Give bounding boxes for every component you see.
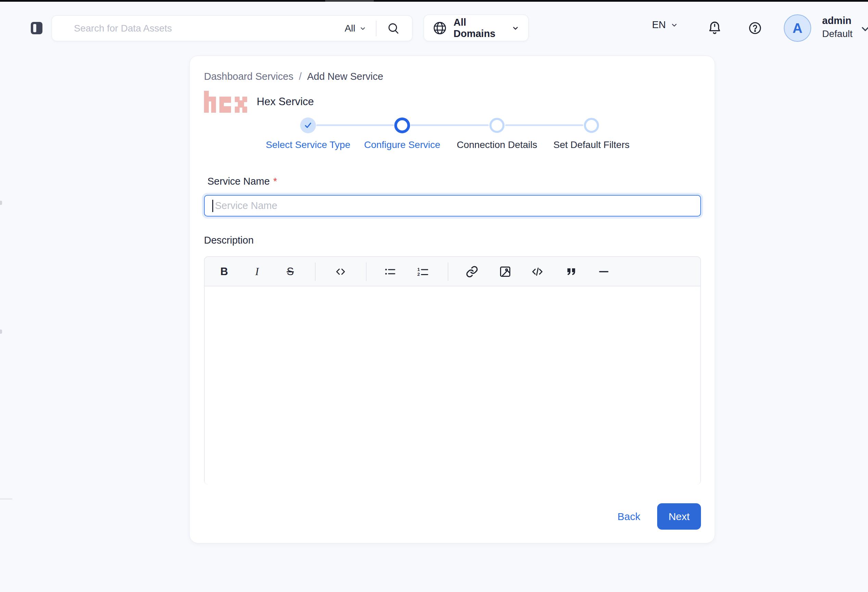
editor-toolbar: B I S 1 2	[205, 257, 700, 286]
bold-icon[interactable]: B	[215, 262, 234, 281]
step-label-select-service-type: Select Service Type	[253, 139, 363, 150]
breadcrumb: Dashboard Services / Add New Service	[204, 71, 383, 82]
hex-service-logo	[204, 91, 247, 113]
search-icon[interactable]	[387, 22, 400, 35]
svg-text:1: 1	[417, 267, 420, 272]
numbered-list-icon[interactable]: 1 2	[413, 262, 432, 281]
left-edge-divider	[0, 499, 12, 499]
screen-top-strip-segment	[325, 0, 374, 2]
chevron-down-icon	[359, 24, 367, 33]
required-marker: *	[273, 176, 277, 187]
italic-icon[interactable]: I	[248, 262, 267, 281]
step-label-set-default-filters: Set Default Filters	[537, 139, 646, 150]
user-menu-chevron-icon[interactable]	[858, 22, 868, 36]
sidebar-toggle-icon[interactable]	[31, 22, 43, 34]
search-divider	[376, 21, 376, 36]
chevron-down-icon	[670, 21, 679, 30]
image-icon[interactable]	[496, 262, 515, 281]
strikethrough-icon[interactable]: S	[280, 262, 300, 281]
breadcrumb-dashboard-services[interactable]: Dashboard Services	[204, 71, 293, 82]
stepper-connector	[316, 124, 394, 126]
next-button[interactable]: Next	[657, 503, 701, 530]
search-scope-label: All	[345, 23, 355, 34]
help-icon[interactable]	[747, 20, 763, 36]
user-avatar[interactable]: A	[784, 14, 811, 42]
left-edge-mark	[0, 330, 2, 334]
toolbar-divider	[366, 262, 366, 281]
svg-text:2: 2	[417, 272, 420, 277]
screen-top-strip	[0, 0, 868, 2]
search-scope-dropdown[interactable]: All	[345, 23, 367, 34]
step-circle-connection-details	[489, 118, 505, 133]
domains-dropdown-button[interactable]: All Domains	[424, 14, 529, 41]
search-input[interactable]	[74, 23, 345, 34]
user-team: Default	[822, 27, 853, 40]
strikethrough-glyph: S	[287, 265, 294, 278]
user-menu[interactable]: admin Default	[822, 14, 853, 40]
language-label: EN	[652, 19, 666, 31]
description-label: Description	[204, 235, 254, 246]
step-circle-select-service-type	[300, 117, 316, 133]
inline-code-icon[interactable]	[331, 262, 350, 281]
left-edge-mark	[0, 201, 2, 205]
chevron-down-icon	[511, 24, 520, 33]
toolbar-divider	[448, 262, 448, 281]
breadcrumb-separator: /	[299, 71, 301, 82]
bold-glyph: B	[220, 265, 228, 278]
horizontal-rule-icon[interactable]	[594, 262, 613, 281]
service-name-input[interactable]	[204, 195, 701, 216]
user-name: admin	[822, 14, 853, 27]
step-circle-set-default-filters	[584, 118, 599, 133]
description-editor-content[interactable]	[205, 287, 700, 484]
back-button[interactable]: Back	[611, 508, 647, 526]
breadcrumb-current: Add New Service	[307, 71, 383, 82]
add-service-card: Dashboard Services / Add New Service Hex…	[189, 55, 715, 543]
toolbar-divider	[315, 262, 316, 281]
global-search-bar[interactable]: All	[51, 15, 413, 41]
domains-label: All Domains	[453, 17, 503, 39]
description-rich-text-editor: B I S 1 2	[204, 256, 701, 484]
language-selector[interactable]: EN	[652, 19, 679, 31]
service-name-label: Service Name*	[207, 176, 277, 187]
check-icon	[303, 121, 313, 130]
service-name-label-text: Service Name	[207, 176, 270, 187]
service-title: Hex Service	[257, 96, 314, 108]
avatar-initial: A	[793, 21, 803, 36]
stepper-connector	[410, 124, 489, 126]
code-block-icon[interactable]	[528, 262, 547, 281]
step-label-configure-service: Configure Service	[347, 139, 457, 150]
stepper-connector	[505, 124, 583, 126]
bulleted-list-icon[interactable]	[381, 262, 400, 281]
notifications-bell-icon[interactable]	[706, 19, 723, 37]
sidebar-toggle-slot	[33, 24, 36, 32]
italic-glyph: I	[255, 265, 259, 278]
globe-icon	[432, 21, 447, 36]
step-circle-configure-service	[394, 117, 410, 133]
step-label-connection-details: Connection Details	[442, 139, 552, 150]
quote-icon[interactable]	[562, 262, 581, 281]
link-icon[interactable]	[462, 262, 481, 281]
